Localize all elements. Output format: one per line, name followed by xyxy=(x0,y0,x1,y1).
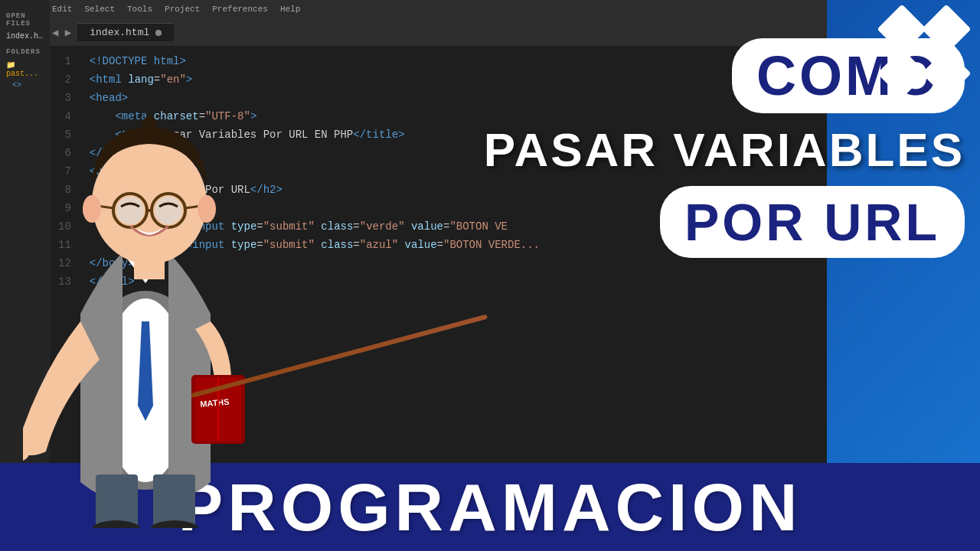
tab-filename: index.html xyxy=(90,27,149,38)
main-container: Edit Select Tools Project Preferences He… xyxy=(0,0,980,551)
code-line-1: <!DOCTYPE html> xyxy=(90,52,540,70)
svg-point-20 xyxy=(198,195,216,223)
tab-modified-dot xyxy=(155,30,162,36)
svg-rect-3 xyxy=(96,474,138,528)
bottom-programacion-text: PROGRAMACION xyxy=(178,468,802,546)
diamond-2 xyxy=(921,4,971,54)
svg-point-13 xyxy=(116,197,144,224)
svg-point-19 xyxy=(83,195,101,223)
menu-preferences[interactable]: Preferences xyxy=(212,5,268,14)
logo xyxy=(884,11,969,96)
diamond-3 xyxy=(877,48,926,98)
svg-rect-4 xyxy=(153,474,195,528)
menu-project[interactable]: Project xyxy=(165,5,200,14)
title-por-url: POR URL xyxy=(660,186,965,258)
teacher-character: MATHS xyxy=(23,84,268,528)
editor-tab[interactable]: index.html xyxy=(77,23,174,41)
title-pasar-variables: PASAR VARIABLES xyxy=(484,122,965,177)
sidebar-file-index[interactable]: index.html xyxy=(3,31,47,42)
diamond-grid xyxy=(884,11,969,96)
sidebar-folder[interactable]: 📁 past... xyxy=(3,59,47,80)
nav-arrows[interactable]: ◀ ▶ xyxy=(52,26,71,39)
svg-rect-21 xyxy=(134,256,165,279)
diamond-4 xyxy=(921,48,971,98)
menu-select[interactable]: Select xyxy=(84,5,115,14)
menu-bar: Edit Select Tools Project Preferences He… xyxy=(46,0,827,18)
open-files-label: OPEN FILES xyxy=(3,6,47,31)
menu-tools[interactable]: Tools xyxy=(127,5,152,14)
svg-point-11 xyxy=(92,142,207,264)
folders-label: FOLDERS xyxy=(3,42,47,59)
diamond-1 xyxy=(877,4,926,54)
menu-edit[interactable]: Edit xyxy=(52,5,72,14)
menu-help[interactable]: Help xyxy=(280,5,300,14)
svg-point-15 xyxy=(155,197,182,224)
